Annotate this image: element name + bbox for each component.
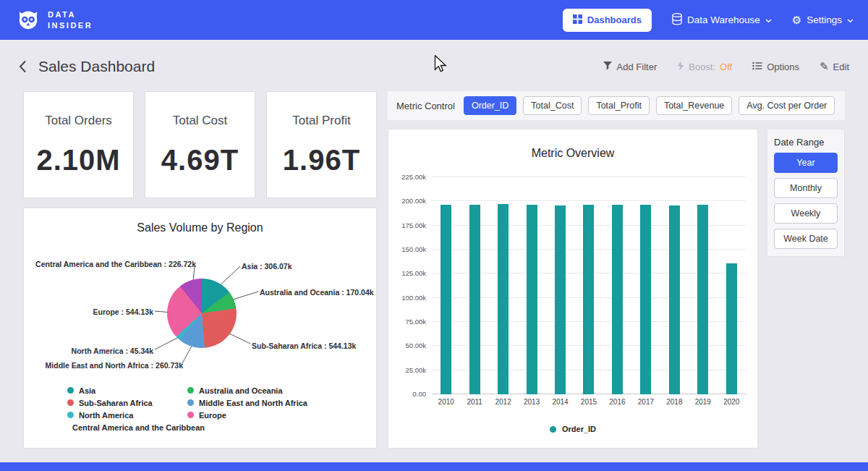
pie-chart: Asia : 306.07kAustralia and Oceania : 17… (24, 247, 378, 384)
metric-button-total-cost[interactable]: Total_Cost (523, 96, 582, 115)
x-tick-label: 2011 (460, 398, 488, 406)
kpi-total-profit: Total Profit 1.96T (266, 91, 377, 198)
nav-data-warehouse[interactable]: Data Warehouse (672, 13, 772, 27)
metric-button-avg-cost-per-order[interactable]: Avg. Cost per Order (739, 96, 835, 115)
x-axis-labels: 2010201120122013201420152016201720182019… (432, 398, 746, 406)
legend-label: Order_ID (562, 425, 596, 433)
options-button[interactable]: Options (752, 61, 799, 72)
legend-dot (187, 412, 194, 418)
y-tick-label: 25.00k (405, 366, 426, 374)
bar-2010 (441, 205, 451, 394)
bar-slot (460, 177, 488, 394)
pie-slice-label: Asia : 306.07k (242, 262, 292, 271)
legend-label: Central America and the Caribbean (72, 423, 205, 432)
kpi-value: 2.10M (36, 144, 120, 177)
y-tick-label: 225.00k (401, 173, 426, 181)
metric-control-bar: Metric Control Order_ID Total_Cost Total… (388, 91, 845, 120)
pie-legend: AsiaSub-Saharan AfricaNorth AmericaCentr… (67, 384, 307, 433)
bar-slot (660, 177, 689, 394)
x-tick-label: 2013 (517, 398, 545, 406)
bar-slot (631, 177, 660, 394)
footer-strip (0, 462, 868, 471)
metric-button-order-id[interactable]: Order_ID (464, 96, 516, 115)
x-tick-label: 2019 (689, 398, 717, 406)
nav-dashboards-button[interactable]: Dashboards (563, 9, 652, 32)
y-tick-label: 175.00k (401, 221, 426, 229)
boost-status: Off (720, 61, 732, 72)
kpi-value: 4.69T (161, 144, 239, 177)
bar-2016 (612, 205, 623, 394)
bar-slot (489, 177, 517, 394)
y-tick-label: 150.00k (401, 245, 426, 253)
bar-slot (546, 177, 574, 394)
metric-button-total-revenue[interactable]: Total_Revenue (656, 96, 732, 115)
bar-2014 (555, 205, 566, 394)
bar-slot (432, 177, 460, 394)
metric-button-total-profit[interactable]: Total_Profit (588, 96, 650, 115)
date-range-week-date-button[interactable]: Week Date (774, 229, 838, 249)
top-navbar: DATA INSIDER Dashboards (0, 0, 868, 40)
back-button[interactable] (19, 60, 27, 73)
bar-2018 (669, 205, 680, 394)
brand: DATA INSIDER (16, 0, 93, 40)
pie-slice-label: Sub-Saharan Africa : 544.13k (252, 341, 356, 350)
sales-volume-panel: Sales Volume by Region Asia : 306.07kAus… (23, 208, 377, 449)
legend-label: Sub-Saharan Africa (79, 399, 153, 407)
plot-area (432, 177, 746, 394)
bar-2019 (697, 205, 708, 394)
page-title: Sales Dashboard (38, 58, 155, 75)
boost-toggle[interactable]: Boost: Off (677, 61, 732, 73)
pie-slice-label: Middle East and North Africa : 260.73k (46, 361, 183, 370)
edit-button[interactable]: ✎ Edit (820, 60, 849, 73)
kpi-label: Total Profit (292, 114, 350, 128)
pie-legend-item: Australia and Oceania (187, 384, 307, 396)
legend-label: Asia (79, 386, 95, 395)
chevron-down-icon (847, 14, 854, 25)
bar-chart: 0.0025.00k50.00k75.00k100.00k125.00k150.… (396, 177, 746, 394)
x-tick-label: 2018 (660, 398, 689, 406)
pie-slice-label: Australia and Oceania : 170.04k (260, 288, 374, 297)
y-tick-label: 200.00k (401, 197, 426, 205)
bar-2011 (469, 205, 480, 394)
legend-label: North America (79, 411, 133, 420)
bar-slot (718, 177, 746, 394)
legend-dot (67, 412, 74, 418)
list-icon (752, 61, 762, 72)
bar-slot (574, 177, 603, 394)
pie-slice-label: Europe : 544.13k (93, 307, 153, 316)
date-range-card: Date Range Year Monthly Weekly Week Date (767, 129, 845, 257)
bar-slot (603, 177, 631, 394)
legend-dot (187, 387, 194, 394)
bar-2020 (726, 263, 737, 394)
bar-2012 (498, 204, 509, 394)
legend-dot (67, 387, 74, 394)
date-range-weekly-button[interactable]: Weekly (774, 203, 838, 224)
owl-logo-icon (16, 7, 41, 34)
x-tick-label: 2020 (718, 398, 746, 406)
y-tick-label: 50.00k (405, 341, 426, 349)
date-range-label: Date Range (774, 137, 838, 148)
x-tick-label: 2017 (631, 398, 660, 406)
add-filter-button[interactable]: Add Filter (603, 61, 658, 72)
bolt-icon (677, 61, 684, 73)
x-tick-label: 2010 (432, 398, 460, 406)
mouse-cursor (434, 55, 447, 77)
date-range-year-button[interactable]: Year (774, 153, 838, 173)
x-tick-label: 2014 (546, 398, 574, 406)
date-range-monthly-button[interactable]: Monthly (774, 178, 838, 198)
y-tick-label: 0.00 (413, 390, 427, 398)
pie-legend-item: Central America and the Caribbean (67, 421, 187, 433)
database-icon (672, 13, 682, 27)
x-tick-label: 2016 (603, 398, 631, 406)
nav-settings[interactable]: ⚙ Settings (792, 14, 854, 25)
pie-slice-label: North America : 45.34k (72, 347, 153, 355)
bar-2015 (583, 205, 594, 394)
brand-name: DATA INSIDER (48, 9, 93, 31)
kpi-value: 1.96T (283, 144, 360, 177)
x-tick-label: 2015 (574, 398, 603, 406)
kpi-label: Total Orders (45, 114, 112, 128)
pie-legend-item: Sub-Saharan Africa (67, 396, 187, 409)
legend-dot (67, 399, 74, 406)
metric-control-label: Metric Control (396, 101, 455, 111)
legend-label: Europe (199, 411, 226, 420)
